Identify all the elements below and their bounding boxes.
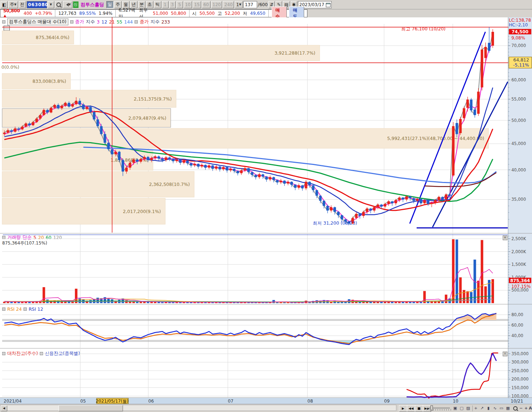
auto-scale-icon[interactable]: A [527,405,532,411]
period-select[interactable]: 주▼ [8,1,18,8]
legend-square-icon[interactable] [70,20,73,24]
volume-value: 127,763 [58,11,76,16]
candle-tool-icon[interactable]: ▮ [485,405,491,411]
minute-3-button[interactable]: 3 [169,1,176,8]
stop-icon[interactable]: ■ [415,405,423,412]
prev-button[interactable]: 전 [19,1,26,8]
memo-grid-icon[interactable] [4,26,10,31]
top-toolbar: ◧ 주▼ 전 063080 ▼ ▼ 신 컴투스홀딩 일 주 월 년 분 초 틱 … [0,0,532,9]
svg-text:150,000: 150,000 [511,385,529,390]
price-change: 400 [24,11,32,16]
rsi-legend: RSI 24 RSI 12 [2,306,43,312]
low-label: 저 [243,10,247,17]
volma5-label: 5 [34,235,37,240]
stock-code-input[interactable]: 063080 [27,1,47,8]
ma144-label: 144 [124,19,133,25]
volma20-label: 20 [38,235,44,240]
minute-15-button[interactable]: 15 [193,1,201,8]
svg-text:07: 07 [228,399,233,404]
wave-tool-icon[interactable]: ∿ [492,405,498,411]
svg-text:05: 05 [80,399,86,404]
svg-text:60,00: 60,00 [511,323,523,328]
window-add-icon[interactable]: ▣ [452,405,458,411]
legend-square-icon[interactable] [2,307,5,311]
svg-text:40,000: 40,000 [511,167,526,173]
chart-background [0,17,508,398]
rsi12-label: RSI 12 [29,306,43,312]
zoom-search-icon[interactable] [512,405,518,411]
legend-square-icon[interactable] [24,307,27,311]
play-icon[interactable]: ▶ [399,405,407,412]
code-dropdown-icon[interactable]: ▼ [48,1,54,8]
minute-1-button[interactable]: 1 [162,1,169,8]
minute-select[interactable]: 1▼ [235,1,243,8]
erase-tool-icon[interactable]: ▭ [498,405,505,411]
volume-pane-close-icon[interactable]: x [503,235,507,240]
volume-profile-legend[interactable]: 컴투스홀딩스 매물대 수(10) [7,18,68,25]
ma55-label: 55 [116,19,122,25]
minute-240-button[interactable]: 240 [223,1,234,8]
pattern-icon[interactable]: ▨ [465,405,471,411]
svg-text:70,000: 70,000 [511,43,526,48]
minute-120-button[interactable]: 120 [211,1,222,8]
volma60-label: 60 [46,235,51,240]
volume-ma-type: 단순 [23,234,32,241]
best-bid: 50,800 [171,11,186,16]
stock-name: 컴투스홀딩 [79,1,106,8]
legend-square-icon[interactable] [40,352,43,355]
loan-pane-close-icon[interactable]: x [503,352,507,356]
cursor-tool-icon[interactable]: + [472,405,479,411]
minute-5-button[interactable]: 5 [176,1,183,8]
svg-text:40,00: 40,00 [511,333,523,338]
svg-text:06: 06 [148,399,154,404]
legend-square-icon[interactable] [2,20,5,24]
loan-balance-label: 대차잔고(주수) [7,351,38,357]
fast-forward-icon[interactable]: ▶▶ [423,405,431,412]
svg-text:LC:138,78: LC:138,78 [509,18,531,23]
svg-text:55,000: 55,000 [511,97,526,102]
credit-balance-label: 신용잔고(종목별) [45,351,80,357]
trendline-tool-icon[interactable]: ↗ [479,405,485,411]
svg-text:10/21: 10/21 [511,399,523,404]
search-icon[interactable] [55,1,62,8]
bar-count-input[interactable]: 137 [243,1,257,8]
window-overlap-icon[interactable]: ▢ [459,405,465,411]
legend-square-icon[interactable] [2,352,5,355]
svg-text:500,000: 500,000 [511,288,529,293]
legend-square-icon[interactable] [2,236,5,239]
svg-text:107,15%: 107,15% [511,284,531,289]
svg-text:2021/05/17(월): 2021/05/17(월) [96,399,129,404]
svg-text:2021/04: 2021/04 [4,399,22,404]
svg-text:64,812: 64,812 [513,57,529,63]
volume-legend: 거래량 단순 5 20 60 120 [2,234,62,241]
quote-row: 50,800 ▲ 400 +0.79% 127,763 89.55% 1.94%… [0,9,307,17]
view-day-button[interactable]: 일 [106,1,114,8]
svg-text:350,000: 350,000 [511,351,529,356]
speed-slider-ticks [427,409,452,411]
hts-chart-window: { "toolbar": { "period_select": "주", "pr… [0,0,532,412]
svg-text:35,000: 35,000 [511,197,526,202]
svg-text:2,500K: 2,500K [511,236,526,241]
svg-text:08: 08 [307,399,313,404]
svg-text:74,500: 74,500 [512,29,528,34]
voice-icon[interactable]: ▼ [63,1,72,8]
best-ask: 51,000 [153,11,168,16]
scroll-left-icon[interactable]: ◀ [1,405,7,411]
svg-text:45,000: 45,000 [511,141,526,146]
rewind-icon[interactable]: ◀◀ [407,405,415,412]
ma12-label: 12 [102,19,107,25]
ma233-label: 233 [161,19,170,25]
volume-title: 거래량 [7,234,21,241]
svg-text:100,000: 100,000 [511,394,529,399]
window-icon[interactable]: ◧ [1,1,8,8]
svg-text:1,500K: 1,500K [511,262,526,267]
ma21-label: 21 [109,19,115,25]
chart-image-icon[interactable]: ▦ [505,405,511,411]
view-tick-button[interactable]: 틱 [154,1,161,8]
high-price: 52,200 [225,11,240,16]
h-scrollbar-thumb[interactable] [59,405,123,411]
svg-text:50,000: 50,000 [511,118,526,123]
minute-10-button[interactable]: 10 [184,1,192,8]
minute-60-button[interactable]: 60 [202,1,210,8]
legend-square-icon[interactable] [135,20,138,24]
